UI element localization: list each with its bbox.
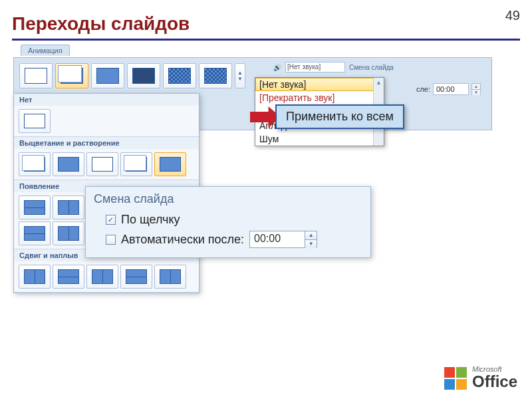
- sound-dropdown[interactable]: [Нет звука]: [285, 62, 345, 72]
- auto-time-spinner[interactable]: ▲▼: [305, 231, 317, 248]
- gallery-item[interactable]: [19, 109, 51, 133]
- auto-label: Автоматически после:: [121, 233, 244, 247]
- office-logo: Microsoft Office: [444, 366, 517, 391]
- sound-option-noise[interactable]: Шум: [255, 132, 384, 146]
- time-mini-value[interactable]: 00:00: [433, 83, 469, 95]
- sound-option-stop[interactable]: [Прекратить звук]: [255, 91, 384, 104]
- on-click-row[interactable]: ✓ По щелчку: [106, 213, 362, 227]
- auto-checkbox[interactable]: [106, 235, 116, 245]
- auto-time-input[interactable]: 00:00: [249, 231, 305, 248]
- smena-label: Смена слайда: [349, 64, 394, 71]
- gallery-item[interactable]: [120, 152, 152, 176]
- transition-cut[interactable]: [91, 63, 124, 88]
- gallery-item[interactable]: [19, 221, 51, 245]
- gallery-item[interactable]: [86, 265, 118, 289]
- gallery-item[interactable]: [53, 265, 84, 289]
- gallery-item[interactable]: [120, 265, 152, 289]
- title-underline: [12, 39, 520, 41]
- page-title: Переходы слайдов: [12, 13, 520, 35]
- apply-to-all-callout: Применить ко всем: [275, 104, 404, 129]
- on-click-label: По щелчку: [121, 213, 180, 227]
- sound-option-none[interactable]: [Нет звука]: [255, 78, 384, 91]
- gallery-item[interactable]: [86, 152, 118, 176]
- transition-dissolve[interactable]: [163, 63, 196, 88]
- gallery-item[interactable]: [154, 265, 186, 289]
- gallery-item[interactable]: [53, 152, 84, 176]
- time-mini-label: сле:: [416, 85, 430, 93]
- auto-row[interactable]: Автоматически после: 00:00 ▲▼: [106, 231, 362, 248]
- transition-none[interactable]: [19, 63, 53, 88]
- gallery-item[interactable]: [154, 152, 186, 176]
- gallery-item[interactable]: [19, 196, 51, 219]
- sound-icon: 🔊: [273, 64, 281, 71]
- gallery-item[interactable]: [53, 196, 84, 219]
- gallery-section-fade: Выцветание и растворение: [14, 137, 199, 149]
- office-logo-text: Microsoft Office: [472, 366, 517, 391]
- on-click-checkbox[interactable]: ✓: [106, 215, 116, 225]
- office-logo-icon: [444, 367, 467, 390]
- gallery-section-none: Нет: [14, 94, 199, 106]
- transition-fade[interactable]: [55, 63, 88, 88]
- transition-checker[interactable]: [199, 63, 232, 88]
- ribbon-tab-animation[interactable]: Анимация: [21, 45, 70, 56]
- page-number: 49: [505, 8, 520, 23]
- slide-change-panel: Смена слайда ✓ По щелчку Автоматически п…: [85, 186, 371, 258]
- transition-dark[interactable]: [127, 63, 160, 88]
- slide-change-title: Смена слайда: [94, 192, 362, 206]
- time-mini-spinner[interactable]: ▲▼: [471, 83, 481, 95]
- gallery-item[interactable]: [19, 265, 51, 289]
- transition-gallery-expand[interactable]: ▲▼: [235, 63, 245, 88]
- title-area: 49 Переходы слайдов: [12, 13, 520, 41]
- sound-control: 🔊 [Нет звука] Смена слайда: [273, 62, 394, 72]
- time-mini-row: сле: 00:00 ▲▼: [416, 83, 481, 95]
- gallery-item[interactable]: [53, 221, 84, 245]
- gallery-item[interactable]: [19, 152, 51, 176]
